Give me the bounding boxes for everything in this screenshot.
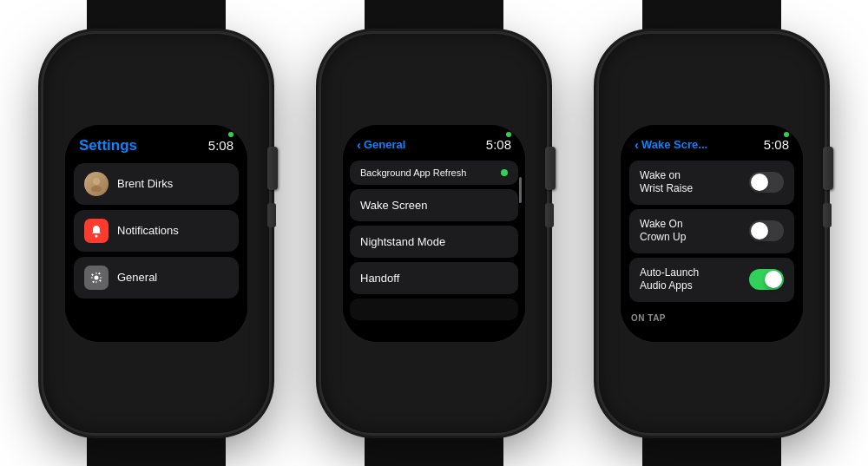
- list-item[interactable]: Nightstand Mode: [350, 226, 518, 258]
- watch-body-2: ‹ General 5:08 Background App Refresh Wa…: [321, 34, 547, 433]
- item-label: Background App Refresh: [360, 167, 466, 178]
- crown-2: [545, 147, 556, 190]
- settings-time: 5:08: [208, 138, 233, 153]
- svg-point-2: [95, 234, 98, 237]
- svg-point-3: [95, 275, 99, 279]
- screen-content-1: Settings 5:08 Brent Dirks: [65, 125, 247, 342]
- list-item[interactable]: Auto-LaunchAudio Apps: [629, 258, 794, 302]
- item-label: Nightstand Mode: [360, 235, 445, 248]
- wake-list: Wake onWrist Raise Wake OnCrown Up: [621, 161, 803, 303]
- list-item[interactable]: Handoff: [350, 262, 518, 294]
- general-header: ‹ General 5:08: [343, 125, 525, 161]
- list-item[interactable]: Background App Refresh: [350, 161, 518, 185]
- screen-content-3: ‹ Wake Scre... 5:08 Wake onWrist Raise: [621, 125, 803, 342]
- general-icon: [84, 266, 108, 290]
- item-label-notifications: Notifications: [117, 224, 179, 237]
- list-item-partial: [350, 299, 518, 320]
- settings-header: Settings 5:08: [65, 125, 247, 163]
- settings-list: Brent Dirks Notifications: [65, 163, 247, 299]
- green-status-dot: [501, 169, 508, 176]
- status-dot-1: [228, 132, 233, 137]
- general-time: 5:08: [486, 137, 511, 152]
- list-item[interactable]: Wake Screen: [350, 189, 518, 221]
- crown-3: [823, 147, 833, 190]
- svg-point-1: [91, 186, 102, 192]
- toggle-audio-apps[interactable]: [749, 269, 784, 290]
- list-item[interactable]: Notifications: [74, 210, 239, 252]
- on-tap-section-label: ON TAP: [621, 306, 803, 326]
- item-label: Handoff: [360, 272, 399, 285]
- watch-wake: ‹ Wake Scre... 5:08 Wake onWrist Raise: [590, 21, 833, 446]
- back-button[interactable]: ‹ General: [357, 137, 405, 152]
- list-item[interactable]: Wake onWrist Raise: [629, 161, 794, 205]
- back-button-wake[interactable]: ‹ Wake Scre...: [635, 137, 707, 152]
- toggle-wrist-raise[interactable]: [749, 172, 784, 193]
- wake-back-label: Wake Scre...: [641, 138, 707, 151]
- watch-body-3: ‹ Wake Scre... 5:08 Wake onWrist Raise: [599, 34, 825, 433]
- wake-label-audio: Auto-LaunchAudio Apps: [640, 266, 742, 293]
- side-button-3: [823, 203, 832, 227]
- wake-label-crown: Wake OnCrown Up: [640, 218, 742, 245]
- wake-time: 5:08: [764, 137, 789, 152]
- back-chevron-icon: ‹: [635, 137, 639, 152]
- watch-general: ‹ General 5:08 Background App Refresh Wa…: [312, 21, 556, 446]
- scroll-indicator: [519, 177, 522, 203]
- item-label: Wake Screen: [360, 199, 428, 212]
- list-item[interactable]: Brent Dirks: [74, 163, 239, 205]
- toggle-crown-up[interactable]: [749, 220, 784, 241]
- toggle-knob: [751, 174, 768, 191]
- person-icon: [89, 176, 104, 192]
- settings-title: Settings: [79, 137, 137, 154]
- gear-icon: [89, 271, 103, 285]
- watch-screen-3: ‹ Wake Scre... 5:08 Wake onWrist Raise: [621, 125, 803, 342]
- list-item[interactable]: General: [74, 257, 239, 299]
- side-button-1: [267, 203, 276, 227]
- screen-content-2: ‹ General 5:08 Background App Refresh Wa…: [343, 125, 525, 342]
- watch-screen-2: ‹ General 5:08 Background App Refresh Wa…: [343, 125, 525, 342]
- watch-screen-1: Settings 5:08 Brent Dirks: [65, 125, 247, 342]
- toggle-knob: [765, 271, 782, 288]
- watch-settings: Settings 5:08 Brent Dirks: [35, 21, 278, 446]
- item-label-general: General: [117, 271, 157, 284]
- bell-icon: [89, 224, 103, 238]
- crown-1: [267, 147, 278, 190]
- wake-header: ‹ Wake Scre... 5:08: [621, 125, 803, 161]
- avatar: [84, 172, 108, 196]
- back-chevron-icon: ‹: [357, 137, 361, 152]
- item-label-brent: Brent Dirks: [117, 177, 173, 190]
- wake-label-wrist: Wake onWrist Raise: [640, 169, 742, 196]
- notifications-icon: [84, 219, 108, 243]
- side-button-2: [545, 203, 554, 227]
- list-item[interactable]: Wake OnCrown Up: [629, 209, 794, 253]
- back-label: General: [364, 138, 405, 151]
- general-list: Background App Refresh Wake Screen Night…: [343, 161, 525, 320]
- watch-body-1: Settings 5:08 Brent Dirks: [43, 34, 269, 433]
- toggle-knob: [751, 222, 768, 240]
- svg-point-0: [93, 178, 100, 185]
